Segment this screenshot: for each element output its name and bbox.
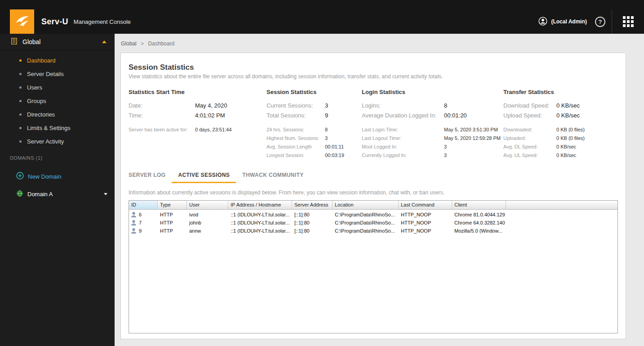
cell-text: 7 bbox=[139, 220, 142, 225]
column-header-user[interactable]: User bbox=[187, 201, 228, 209]
session-row[interactable]: 9HTTPannw::1 (IDLOUHY-LT.tul.solar...[::… bbox=[129, 227, 617, 235]
sidebar-item-limits-settings[interactable]: Limits & Settings bbox=[0, 121, 115, 135]
cell-text: 9 bbox=[139, 228, 142, 234]
sidebar-item-domain-a[interactable]: Domain A bbox=[0, 187, 115, 201]
solarwinds-logo[interactable] bbox=[10, 9, 34, 34]
stat-label: Logins: bbox=[362, 101, 444, 111]
stat-group-title: Statistics Start Time bbox=[129, 89, 266, 95]
sidebar-item-label: Limits & Settings bbox=[27, 125, 71, 131]
user-icon bbox=[131, 228, 136, 234]
stat-value: 00:01:20 bbox=[444, 111, 467, 121]
stat-group-session-statistics: Session StatisticsCurrent Sessions:3Tota… bbox=[266, 89, 362, 160]
sidebar-item-groups[interactable]: Groups bbox=[0, 94, 115, 108]
domain-a-label: Domain A bbox=[27, 191, 53, 198]
stat-label: Longest Session: bbox=[266, 151, 325, 160]
stat-label: Server has been active for: bbox=[129, 126, 195, 134]
user-icon bbox=[131, 220, 136, 225]
new-domain-button[interactable]: New Domain bbox=[0, 170, 115, 183]
stat-value: 3 bbox=[444, 143, 447, 151]
cell-client: Mozilla/5.0 (Window... bbox=[452, 228, 506, 234]
bullet-icon bbox=[19, 73, 22, 75]
sidebar-item-server-activity[interactable]: Server Activity bbox=[0, 135, 115, 148]
stat-value: 00:03:19 bbox=[325, 151, 344, 160]
column-header-server-address[interactable]: Server Address bbox=[292, 201, 333, 209]
stat-label: Downloaded: bbox=[503, 126, 556, 134]
stats-row: Statistics Start TimeDate:May 4, 2020Tim… bbox=[129, 89, 618, 160]
panel-title: Session Statistics bbox=[129, 63, 618, 72]
stat-group-transfer-statistics: Transfer StatisticsDownload Speed:0 KB/s… bbox=[503, 89, 618, 160]
breadcrumb-global[interactable]: Global bbox=[121, 40, 137, 47]
stat-row-highest-num-sessions: Highest Num. Sessions:3 bbox=[266, 134, 362, 143]
user-icon bbox=[131, 212, 136, 217]
stat-value: 0 KB/sec bbox=[556, 111, 580, 121]
main-content: Global > Dashboard Session Statistics Vi… bbox=[115, 34, 644, 346]
column-header-location[interactable]: Location bbox=[333, 201, 399, 209]
stat-row-avg-ul-speed: Avg. UL Speed:0 KB/sec bbox=[503, 151, 618, 160]
stat-label: Avg. Session Length bbox=[266, 143, 325, 151]
chevron-up-icon bbox=[102, 40, 107, 43]
cell-id: 6 bbox=[129, 212, 158, 217]
stat-value: 3 bbox=[325, 101, 328, 111]
stat-value: 3 bbox=[444, 151, 447, 160]
stat-group-statistics-start-time: Statistics Start TimeDate:May 4, 2020Tim… bbox=[129, 89, 266, 160]
cell-ip-address-hostname: ::1 (IDLOUHY-LT.tul.solar... bbox=[228, 212, 292, 217]
stat-value: 0 KB/sec bbox=[556, 151, 576, 160]
cell-id: 9 bbox=[129, 228, 158, 234]
new-domain-label: New Domain bbox=[28, 173, 61, 180]
global-label: Global bbox=[22, 38, 40, 45]
tab-active-sessions[interactable]: ACTIVE SESSIONS bbox=[172, 169, 236, 183]
globe-icon bbox=[16, 190, 23, 198]
stat-label: Time: bbox=[129, 111, 195, 121]
sidebar-item-label: Server Details bbox=[27, 71, 64, 77]
cell-client: Chrome 81.0.4044.129 bbox=[452, 212, 506, 217]
stat-label: Last Login Time: bbox=[362, 126, 444, 134]
column-header-type[interactable]: Type bbox=[158, 201, 187, 209]
stat-group-title: Session Statistics bbox=[266, 89, 362, 95]
sidebar-item-users[interactable]: Users bbox=[0, 81, 115, 94]
tab-thwack-community[interactable]: THWACK COMMUNITY bbox=[236, 169, 310, 183]
stat-row-total-sessions: Total Sessions:9 bbox=[266, 111, 362, 121]
sidebar-item-server-details[interactable]: Server Details bbox=[0, 67, 115, 81]
account-label: (Local Admin) bbox=[551, 18, 587, 25]
column-header-last-command[interactable]: Last Command bbox=[399, 201, 452, 209]
stat-label: Last Logout Time: bbox=[362, 134, 444, 143]
sidebar-section-global[interactable]: Global bbox=[0, 34, 115, 50]
sidebar-nav: DashboardServer DetailsUsersGroupsDirect… bbox=[0, 50, 115, 148]
cell-user: annw bbox=[187, 228, 228, 234]
stat-value: May 4, 2020 bbox=[195, 101, 227, 111]
stat-value: 0 KB (0 files) bbox=[556, 126, 585, 134]
column-header-label: ID bbox=[131, 202, 136, 207]
tab-server-log[interactable]: SERVER LOG bbox=[129, 169, 172, 183]
help-button[interactable]: ? bbox=[595, 17, 605, 27]
stat-value: 9 bbox=[325, 111, 328, 121]
stat-value: 0 KB (0 files) bbox=[556, 134, 585, 143]
column-header-id[interactable]: ID bbox=[129, 201, 158, 209]
cell-server-address: [::1]:80 bbox=[292, 220, 333, 225]
stat-row-date: Date:May 4, 2020 bbox=[129, 101, 266, 111]
stat-row-most-logged-in: Most Logged In:3 bbox=[362, 143, 503, 151]
session-row[interactable]: 7HTTPjohnb::1 (IDLOUHY-LT.tul.solar...[:… bbox=[129, 219, 617, 227]
stat-row-currently-logged-in: Currently Logged In:3 bbox=[362, 151, 503, 160]
sidebar-item-directories[interactable]: Directories bbox=[0, 108, 115, 121]
sessions-description: Information about currently active sessi… bbox=[129, 189, 618, 196]
column-header-ip-address-hostname[interactable]: IP Address / Hostname bbox=[228, 201, 292, 209]
bullet-icon bbox=[19, 113, 22, 116]
cell-ip-address-hostname: ::1 (IDLOUHY-LT.tul.solar... bbox=[228, 220, 292, 225]
account-menu[interactable]: (Local Admin) bbox=[538, 17, 587, 27]
column-header-client[interactable]: Client bbox=[452, 201, 506, 209]
stat-row-downloaded: Downloaded:0 KB (0 files) bbox=[503, 126, 618, 134]
stat-value: 00:01:11 bbox=[325, 143, 344, 151]
stat-row-avg-session-length: Avg. Session Length00:01:11 bbox=[266, 143, 362, 151]
cell-user: ivod bbox=[187, 212, 228, 217]
stat-value: 8 bbox=[325, 126, 328, 134]
stat-group-title: Transfer Statistics bbox=[503, 89, 618, 95]
stat-label: Uploaded: bbox=[503, 134, 556, 143]
stat-group-login-statistics: Login StatisticsLogins:8Average Duration… bbox=[362, 89, 503, 160]
stat-label: Average Duration Logged In: bbox=[362, 111, 444, 121]
domains-section-label: DOMAINS (1) bbox=[0, 155, 115, 161]
sidebar-item-dashboard[interactable]: Dashboard bbox=[0, 54, 115, 67]
app-grid-button[interactable] bbox=[612, 9, 644, 34]
session-row[interactable]: 6HTTPivod::1 (IDLOUHY-LT.tul.solar...[::… bbox=[129, 211, 617, 219]
column-header-label: Last Command bbox=[401, 202, 435, 207]
breadcrumb: Global > Dashboard bbox=[115, 34, 644, 53]
